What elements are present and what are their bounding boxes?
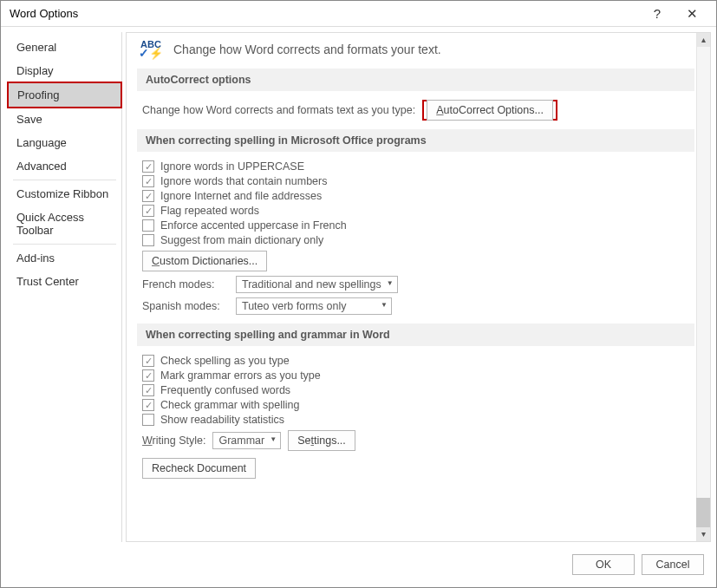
section-spelling-word-title: When correcting spelling and grammar in …	[137, 323, 694, 346]
checkbox-icon	[142, 219, 154, 232]
help-button[interactable]: ?	[640, 2, 675, 26]
autocorrect-options-button[interactable]: AutoCorrect Options...	[427, 100, 553, 121]
checkbox-icon	[142, 384, 154, 396]
close-button[interactable]: ✕	[675, 2, 709, 26]
writing-style-select[interactable]: Grammar	[212, 432, 281, 449]
check-grammar-as-type[interactable]: Mark grammar errors as you type	[142, 369, 694, 382]
custom-dictionaries-button[interactable]: Custom Dictionaries...	[142, 251, 267, 271]
check-confused-words[interactable]: Frequently confused words	[142, 384, 694, 396]
sidebar-item-trust-center[interactable]: Trust Center	[8, 270, 121, 293]
sidebar-item-addins[interactable]: Add-ins	[8, 246, 121, 270]
page-header-text: Change how Word corrects and formats you…	[173, 42, 441, 56]
main-panel: ABC✓⚡ Change how Word corrects and forma…	[126, 32, 711, 542]
spanish-modes-label: Spanish modes:	[142, 300, 229, 312]
page-header: ABC✓⚡ Change how Word corrects and forma…	[137, 40, 694, 58]
checkbox-icon	[142, 175, 154, 187]
autocorrect-options-highlight: AutoCorrect Options...	[422, 100, 557, 121]
scroll-up-icon[interactable]: ▴	[697, 33, 710, 47]
sidebar-item-display[interactable]: Display	[8, 59, 121, 82]
checkbox-icon	[142, 355, 154, 367]
dialog-footer: OK Cancel	[1, 547, 716, 582]
section-autocorrect-title: AutoCorrect options	[137, 69, 694, 91]
titlebar: Word Options ? ✕	[1, 1, 716, 27]
scroll-thumb[interactable]	[696, 498, 710, 527]
settings-button[interactable]: Settings...	[288, 430, 355, 451]
french-modes-label: French modes:	[142, 278, 229, 291]
checkbox-icon	[142, 399, 154, 411]
cancel-button[interactable]: Cancel	[642, 554, 704, 575]
sidebar: General Display Proofing Save Language A…	[8, 32, 122, 542]
checkbox-icon	[142, 205, 154, 217]
proofing-icon: ABC✓⚡	[137, 40, 165, 58]
sidebar-separator	[13, 180, 116, 180]
check-french-accent[interactable]: Enforce accented uppercase in French	[142, 219, 694, 232]
sidebar-item-save[interactable]: Save	[8, 108, 121, 131]
autocorrect-desc: Change how Word corrects and formats tex…	[142, 104, 415, 116]
checkbox-icon	[142, 414, 154, 426]
spanish-modes-select[interactable]: Tuteo verb forms only	[236, 297, 392, 315]
sidebar-item-proofing[interactable]: Proofing	[7, 82, 122, 108]
scrollbar[interactable]: ▴ ▾	[696, 33, 710, 541]
section-spelling-office-title: When correcting spelling in Microsoft Of…	[137, 129, 694, 152]
content-area: General Display Proofing Save Language A…	[1, 27, 716, 547]
checkbox-icon	[142, 369, 154, 382]
scroll-down-icon[interactable]: ▾	[697, 527, 710, 541]
check-uppercase[interactable]: Ignore words in UPPERCASE	[142, 160, 694, 173]
check-internet[interactable]: Ignore Internet and file addresses	[142, 190, 694, 202]
sidebar-item-general[interactable]: General	[8, 36, 121, 59]
check-readability[interactable]: Show readability statistics	[142, 414, 694, 426]
sidebar-item-customize-ribbon[interactable]: Customize Ribbon	[8, 182, 121, 206]
check-repeated[interactable]: Flag repeated words	[142, 205, 694, 217]
sidebar-item-language[interactable]: Language	[8, 131, 121, 154]
french-modes-select[interactable]: Traditional and new spellings	[236, 276, 398, 293]
recheck-document-button[interactable]: Recheck Document	[142, 458, 256, 479]
sidebar-item-qat[interactable]: Quick Access Toolbar	[8, 206, 121, 242]
sidebar-item-advanced[interactable]: Advanced	[8, 154, 121, 178]
check-main-dict[interactable]: Suggest from main dictionary only	[142, 234, 694, 246]
check-numbers[interactable]: Ignore words that contain numbers	[142, 175, 694, 187]
checkbox-icon	[142, 190, 154, 202]
ok-button[interactable]: OK	[572, 554, 635, 575]
check-grammar-with-spelling[interactable]: Check grammar with spelling	[142, 399, 694, 411]
window-title: Word Options	[10, 7, 640, 20]
sidebar-separator	[13, 244, 116, 245]
writing-style-label: Writing Style:	[142, 434, 205, 447]
checkbox-icon	[142, 234, 154, 246]
checkbox-icon	[142, 160, 154, 173]
check-spell-as-type[interactable]: Check spelling as you type	[142, 355, 694, 367]
